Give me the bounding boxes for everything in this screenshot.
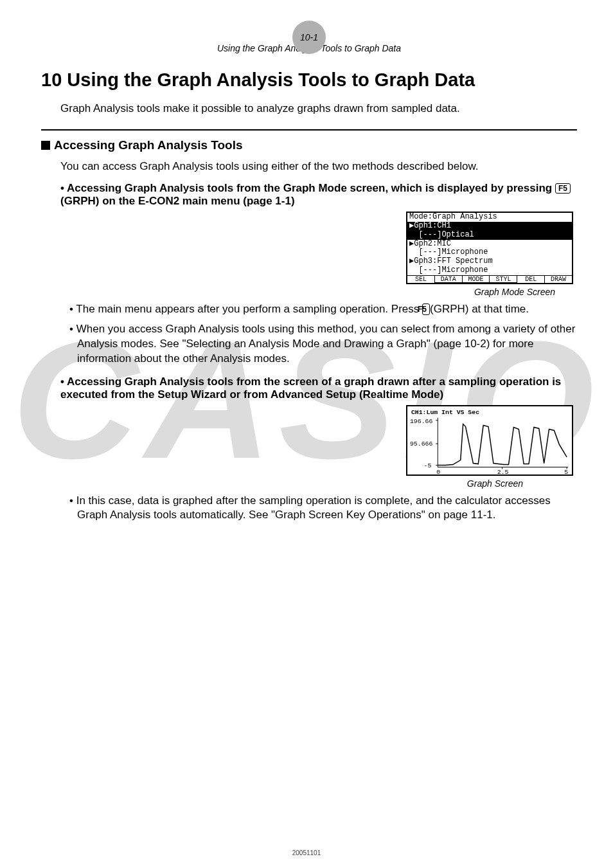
fkey-draw[interactable]: DRAW [545,276,572,283]
fkey-del[interactable]: DEL [517,276,545,283]
note-b1: • In this case, data is graphed after th… [77,494,577,523]
x0: 0 [436,469,440,476]
lcd1-line0: Mode:Graph Analysis [407,213,572,222]
caption-graph-screen: Graph Screen [41,478,523,489]
square-bullet-icon [41,141,50,150]
chapter-title: 10 Using the Graph Analysis Tools to Gra… [41,69,577,91]
fkey-sel[interactable]: SEL [407,276,435,283]
chart-title: CH1:Lum Int VS Sec [411,408,479,415]
note-a1-post: (GRPH) at that time. [430,303,529,315]
key-f5: F5 [555,183,571,194]
method-a-pre: • Accessing Graph Analysis tools from th… [60,182,555,194]
x-mid: 2.5 [497,469,509,476]
page-ref-circle: 10-1 [292,21,326,54]
graph-mode-screen: Mode:Graph Analysis ▶Gph1:CH1 [---]Optic… [406,212,573,284]
y-top: 196.66 [410,417,432,424]
y-mid: 95.666 [410,440,432,448]
caption-graph-mode: Graph Mode Screen [41,287,555,297]
note-a1: • The main menu appears after you perfor… [77,302,577,317]
fkey-mode[interactable]: MODE [463,276,490,283]
note-a2: • When you access Graph Analysis tools u… [77,322,577,366]
section-heading: Accessing Graph Analysis Tools [41,138,577,152]
lcd1-line2: [---]Optical [407,231,572,240]
lcd1-line5: ▶Gph3:FFT Spectrum [407,257,572,266]
lcd1-line4: [---]Microphone [407,248,572,257]
lcd1-fkeys: SEL DATA MODE STYL DEL DRAW [407,275,572,283]
graph-screen: CH1:Lum Int VS Sec 196.66 95.666 -5 0 2.… [406,405,573,476]
lcd1-line1: ▶Gph1:CH1 [407,222,572,231]
method-a-heading: • Accessing Graph Analysis tools from th… [60,182,577,208]
method-a-post: (GRPH) on the E-CON2 main menu (page 1-1… [60,195,295,207]
note-a1-pre: • The main menu appears after you perfor… [69,303,422,315]
key-f5-b: F5 [422,303,430,315]
section-heading-text: Accessing Graph Analysis Tools [54,138,243,152]
fkey-data[interactable]: DATA [435,276,463,283]
x-end: 5 [564,469,568,476]
lcd1-line6: [---]Microphone [407,266,572,275]
section-rule [41,129,577,131]
section-lead: You can access Graph Analysis tools usin… [60,160,577,173]
fkey-styl[interactable]: STYL [490,276,517,283]
y-bot: -5 [424,462,432,469]
chart-line [438,424,567,465]
graph-screen-svg: CH1:Lum Int VS Sec 196.66 95.666 -5 0 2.… [407,406,572,476]
method-b-heading: • Accessing Graph Analysis tools from th… [60,375,577,401]
lcd1-line3: ▶Gph2:MIC [407,240,572,249]
footer-code: 20051101 [0,849,613,856]
chapter-intro: Graph Analysis tools make it possible to… [60,102,577,115]
running-header: 10-1 Using the Graph Analysis Tools to G… [41,18,577,54]
